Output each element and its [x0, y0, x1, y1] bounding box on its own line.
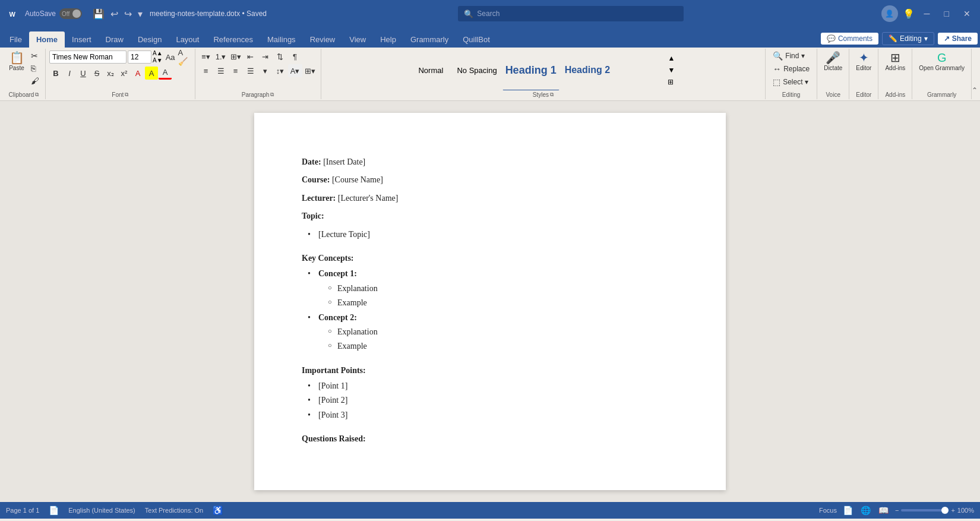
document-page[interactable]: Date: [Insert Date] Course: [Course Name…: [254, 113, 726, 490]
tab-review[interactable]: Review: [303, 31, 343, 48]
bold-button[interactable]: B: [49, 67, 62, 80]
text-color-button[interactable]: A: [131, 67, 144, 80]
page-indicator-icon[interactable]: 📄: [49, 506, 59, 515]
cut-button[interactable]: ✂: [29, 50, 42, 62]
subscript-button[interactable]: x₂: [104, 67, 117, 80]
tab-quillbot[interactable]: QuillBot: [456, 31, 497, 48]
paste-button[interactable]: 📋 Paste: [6, 50, 27, 73]
tab-insert[interactable]: Insert: [65, 31, 99, 48]
underline-button[interactable]: U: [77, 67, 90, 80]
minimize-button[interactable]: ─: [919, 9, 935, 18]
format-painter-button[interactable]: 🖌: [29, 75, 42, 87]
concept2-example-bullet: Example: [302, 340, 678, 353]
tab-mailings[interactable]: Mailings: [260, 31, 303, 48]
tab-references[interactable]: References: [206, 31, 260, 48]
style-heading1[interactable]: Heading 1: [502, 50, 559, 90]
strikethrough-button[interactable]: S: [90, 67, 103, 80]
align-center-button[interactable]: ☰: [214, 64, 228, 77]
copy-button[interactable]: ⎘: [29, 62, 42, 74]
style-no-spacing[interactable]: No Spacing: [454, 50, 500, 90]
ribbon-collapse-btn[interactable]: ⌃: [972, 49, 978, 99]
language-indicator[interactable]: English (United States): [68, 507, 135, 514]
editing-button[interactable]: ✏️ Editing ▾: [882, 32, 934, 45]
decrease-indent-button[interactable]: ⇤: [244, 50, 258, 63]
clipboard-expand-icon[interactable]: ⧉: [35, 91, 39, 98]
accessibility-icon[interactable]: ♿: [213, 506, 223, 515]
style-normal[interactable]: Normal: [410, 50, 451, 90]
tab-grammarly[interactable]: Grammarly: [403, 31, 456, 48]
tab-view[interactable]: View: [342, 31, 373, 48]
concept2-bullet: Concept 2:: [302, 311, 678, 324]
text-predictions-indicator[interactable]: Text Predictions: On: [145, 507, 203, 514]
font-expand-icon[interactable]: ⧉: [125, 91, 128, 98]
shading-button[interactable]: A▾: [288, 64, 302, 77]
font-size-input[interactable]: [128, 50, 151, 64]
justify-button[interactable]: ☰: [244, 64, 258, 77]
increase-indent-button[interactable]: ⇥: [258, 50, 273, 63]
clear-format-button[interactable]: A🧹: [178, 50, 191, 64]
lightbulb-icon[interactable]: 💡: [903, 8, 915, 20]
print-layout-button[interactable]: 📄: [842, 504, 855, 517]
borders-button[interactable]: ⊞▾: [303, 64, 317, 77]
maximize-button[interactable]: □: [940, 9, 954, 18]
sort-button[interactable]: ⇅: [273, 50, 287, 63]
read-mode-button[interactable]: 📖: [877, 504, 890, 517]
align-left-button[interactable]: ≡: [199, 64, 213, 77]
styles-up-arrow[interactable]: ▲: [666, 53, 676, 64]
font-color-button[interactable]: A: [159, 67, 172, 80]
superscript-button[interactable]: x²: [118, 67, 131, 80]
web-layout-button[interactable]: 🌐: [859, 504, 872, 517]
bullets-button[interactable]: ≡▾: [199, 50, 213, 63]
more-icon[interactable]: ▾: [135, 7, 145, 21]
undo-icon[interactable]: ↩: [108, 7, 121, 21]
line-spacing-button[interactable]: ↕▾: [273, 64, 287, 77]
search-input[interactable]: [477, 10, 678, 18]
find-dropdown-icon: ▾: [801, 52, 805, 60]
page-info: Page 1 of 1: [6, 507, 39, 514]
zoom-out-button[interactable]: −: [895, 507, 899, 514]
tab-help[interactable]: Help: [373, 31, 403, 48]
multilevel-list-button[interactable]: ⊞▾: [229, 50, 243, 63]
select-button[interactable]: ⬚ Select ▾: [769, 76, 813, 88]
change-case-button[interactable]: Aa: [164, 50, 177, 64]
replace-button[interactable]: ↔ Replace: [769, 63, 813, 75]
dictate-button[interactable]: 🎤 Dictate: [821, 50, 845, 73]
save-icon[interactable]: 💾: [90, 7, 107, 21]
style-heading2[interactable]: Heading 2: [562, 50, 613, 90]
focus-label[interactable]: Focus: [819, 507, 837, 514]
voice-label: Voice: [826, 91, 840, 98]
font-decrease-button[interactable]: A▼: [153, 57, 163, 64]
open-grammarly-button[interactable]: G Open Grammarly: [916, 50, 968, 73]
tab-layout[interactable]: Layout: [169, 31, 206, 48]
clipboard-group: 📋 Paste ✂ ⎘ 🖌 Clipboard ⧉: [2, 49, 46, 99]
addins-group: ⊞ Add-ins Add-ins: [878, 49, 912, 99]
italic-button[interactable]: I: [63, 67, 76, 80]
font-increase-button[interactable]: A▲: [153, 50, 163, 57]
tab-file[interactable]: File: [2, 31, 29, 48]
highlight-button[interactable]: A: [145, 67, 158, 80]
tab-home[interactable]: Home: [29, 31, 65, 48]
columns-button[interactable]: ▾: [258, 64, 273, 77]
comments-button[interactable]: 💬 Comments: [821, 33, 878, 45]
tab-draw[interactable]: Draw: [99, 31, 131, 48]
align-right-button[interactable]: ≡: [229, 64, 243, 77]
questions-section: Questions Raised:: [302, 432, 678, 446]
styles-expand-arrow[interactable]: ⊞: [666, 77, 676, 87]
paragraph-expand-icon[interactable]: ⧉: [270, 91, 274, 98]
tab-design[interactable]: Design: [131, 31, 169, 48]
editor-button[interactable]: ✦ Editor: [853, 50, 874, 73]
numbering-button[interactable]: 1.▾: [214, 50, 228, 63]
close-button[interactable]: ✕: [959, 9, 975, 18]
zoom-in-button[interactable]: +: [951, 507, 954, 514]
addins-button[interactable]: ⊞ Add-ins: [882, 50, 908, 73]
redo-icon[interactable]: ↪: [122, 7, 134, 21]
autosave-toggle[interactable]: Off: [59, 8, 82, 19]
zoom-slider[interactable]: [901, 509, 949, 511]
search-icon: 🔍: [464, 10, 473, 18]
share-button[interactable]: ↗ Share: [938, 33, 978, 45]
show-formatting-button[interactable]: ¶: [288, 50, 302, 63]
font-name-input[interactable]: [49, 50, 127, 64]
find-button[interactable]: 🔍 Find ▾: [769, 50, 813, 62]
styles-expand-icon[interactable]: ⧉: [550, 91, 554, 98]
styles-down-arrow[interactable]: ▼: [666, 65, 676, 75]
